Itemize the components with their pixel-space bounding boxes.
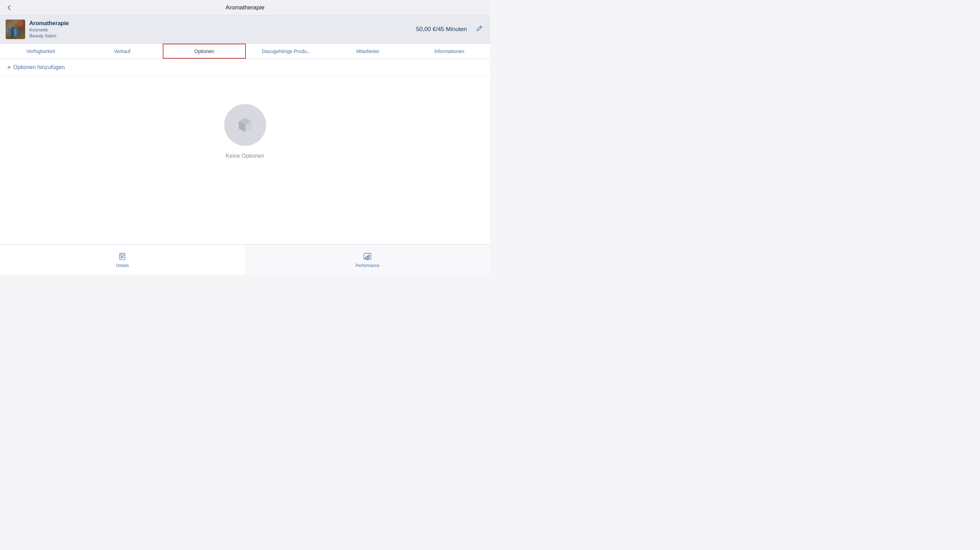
page-title: Aromatherapie: [226, 4, 265, 11]
empty-state: Keine Optionen: [0, 76, 490, 187]
svg-rect-7: [369, 254, 369, 258]
tab-optionen[interactable]: Optionen: [163, 44, 245, 59]
svg-rect-2: [121, 257, 124, 257]
bottom-tab-bar: Details Performance: [0, 244, 490, 275]
details-icon: [118, 252, 127, 262]
empty-state-text: Keine Optionen: [226, 153, 264, 159]
bottom-tab-performance[interactable]: Performance: [245, 245, 490, 275]
service-header-left: Aromatherapie Kosmetik Beauty Salon: [6, 19, 69, 39]
empty-icon-circle: [224, 104, 266, 146]
top-bar: Aromatherapie: [0, 0, 490, 15]
add-options-label: Optionen hinzufügen: [13, 65, 65, 70]
service-header: Aromatherapie Kosmetik Beauty Salon 50,0…: [0, 15, 490, 44]
svg-rect-6: [367, 255, 368, 258]
tab-mitarbeiter[interactable]: Mitarbeiter: [327, 44, 409, 59]
cube-icon: [235, 115, 255, 135]
back-button[interactable]: [6, 4, 13, 11]
svg-rect-5: [365, 257, 366, 258]
edit-button[interactable]: [474, 24, 484, 36]
tab-verkauf[interactable]: Verkauf: [81, 44, 163, 59]
tab-navigation: Verfügbarkeit Verkauf Optionen Dazugehör…: [0, 44, 490, 59]
performance-icon: [363, 252, 372, 262]
service-price: 50,00 €/45 Minuten: [416, 26, 467, 33]
add-options-row: + Optionen hinzufügen: [0, 59, 490, 76]
svg-rect-3: [121, 258, 123, 258]
tab-dazugehorige[interactable]: Dazugehörige Produ...: [246, 44, 327, 59]
tab-informationen[interactable]: Informationen: [409, 44, 490, 59]
details-tab-label: Details: [116, 263, 129, 268]
service-thumbnail: [6, 19, 25, 39]
service-header-right: 50,00 €/45 Minuten: [416, 24, 484, 36]
service-category: Kosmetik: [29, 27, 69, 32]
performance-tab-label: Performance: [356, 263, 380, 268]
add-options-button[interactable]: + Optionen hinzufügen: [7, 64, 65, 71]
plus-icon: +: [7, 64, 11, 71]
svg-rect-1: [121, 256, 123, 256]
service-name: Aromatherapie: [29, 20, 69, 27]
svg-rect-0: [119, 253, 125, 260]
bottom-tab-details[interactable]: Details: [0, 245, 245, 275]
tab-verfugbarkeit[interactable]: Verfügbarkeit: [0, 44, 81, 59]
service-info: Aromatherapie Kosmetik Beauty Salon: [29, 20, 69, 38]
main-content: + Optionen hinzufügen Keine Optionen: [0, 59, 490, 245]
service-location: Beauty Salon: [29, 33, 69, 38]
